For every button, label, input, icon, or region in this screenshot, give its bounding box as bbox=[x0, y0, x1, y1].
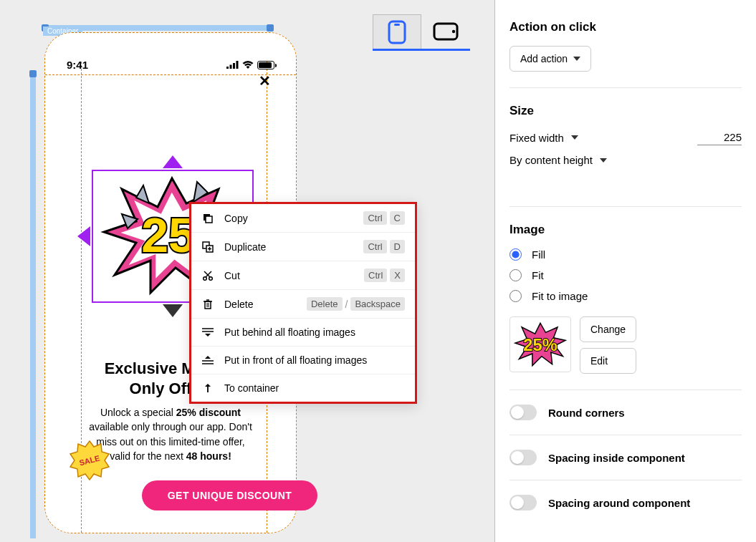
design-canvas[interactable]: Container 9:41 ✕ Exclusive Mobile-Only O… bbox=[0, 0, 494, 542]
spacing-inside-row[interactable]: Spacing inside component bbox=[509, 435, 742, 480]
status-icons bbox=[226, 61, 274, 69]
spacing-around-label: Spacing around component bbox=[548, 497, 690, 509]
ctx-put-behind-all-floating-images[interactable]: Put behind all floating images bbox=[191, 319, 415, 347]
svg-rect-0 bbox=[226, 67, 229, 69]
signal-icon bbox=[226, 61, 239, 69]
image-mode-fill[interactable]: Fill bbox=[509, 248, 742, 261]
caret-down-icon bbox=[600, 158, 607, 163]
width-input[interactable] bbox=[697, 130, 742, 145]
copy-icon bbox=[201, 212, 214, 225]
ctx-duplicate[interactable]: DuplicateCtrlD bbox=[191, 233, 415, 261]
phone-status-bar: 9:41 bbox=[67, 59, 274, 71]
svg-rect-1 bbox=[230, 65, 232, 69]
shortcut-key: Ctrl bbox=[363, 211, 386, 225]
size-title: Size bbox=[509, 104, 742, 118]
shortcut-key: Delete bbox=[307, 297, 343, 311]
ctx-label: Cut bbox=[224, 270, 354, 281]
duplicate-icon bbox=[201, 241, 214, 253]
status-time: 9:41 bbox=[67, 59, 88, 71]
radio-input[interactable] bbox=[509, 269, 522, 281]
close-button[interactable]: ✕ bbox=[259, 72, 271, 89]
svg-rect-3 bbox=[236, 61, 239, 69]
selection-vertical-bar[interactable] bbox=[30, 73, 36, 538]
move-left-handle[interactable] bbox=[77, 226, 90, 246]
add-action-button[interactable]: Add action bbox=[509, 46, 591, 72]
radio-label: Fill bbox=[532, 248, 545, 261]
tocontainer-icon bbox=[201, 382, 214, 395]
svg-text:25%: 25% bbox=[523, 336, 557, 354]
svg-marker-33 bbox=[205, 334, 211, 337]
spacing-inside-label: Spacing inside component bbox=[548, 452, 685, 464]
ctx-put-in-front-of-all-floating-images[interactable]: Put in front of all floating images bbox=[191, 347, 415, 374]
move-down-handle[interactable] bbox=[163, 304, 183, 317]
radio-label: Fit to image bbox=[532, 290, 588, 302]
svg-text:25: 25 bbox=[141, 208, 196, 262]
edit-image-button[interactable]: Edit bbox=[580, 348, 636, 374]
image-thumbnail[interactable]: 25% bbox=[509, 316, 571, 372]
svg-rect-26 bbox=[205, 301, 211, 309]
shortcut-key: C bbox=[390, 211, 405, 225]
device-mobile-button[interactable] bbox=[373, 14, 421, 49]
width-mode-select[interactable]: Fixed width bbox=[509, 132, 578, 144]
round-corners-label: Round corners bbox=[548, 407, 625, 419]
caret-down-icon bbox=[573, 57, 580, 61]
wifi-icon bbox=[242, 61, 254, 69]
body-text[interactable]: Unlock a special 25% discount available … bbox=[85, 405, 257, 463]
spacing-around-row[interactable]: Spacing around component bbox=[509, 480, 742, 525]
shortcut-key: X bbox=[390, 268, 405, 282]
height-mode-select[interactable]: By content height bbox=[509, 154, 607, 166]
shortcut-key: D bbox=[390, 240, 405, 253]
device-landscape-button[interactable] bbox=[421, 14, 470, 49]
behind-icon bbox=[201, 326, 214, 339]
ctx-to-container[interactable]: To container bbox=[191, 374, 415, 402]
svg-marker-37 bbox=[205, 384, 211, 387]
ctx-label: Put in front of all floating images bbox=[224, 354, 405, 366]
round-corners-toggle[interactable] bbox=[509, 405, 537, 420]
svg-marker-36 bbox=[205, 356, 211, 359]
svg-rect-13 bbox=[394, 24, 400, 26]
shortcut-key: Ctrl bbox=[363, 240, 386, 253]
ctx-label: Copy bbox=[224, 213, 353, 224]
round-corners-row[interactable]: Round corners bbox=[509, 389, 742, 435]
radio-label: Fit bbox=[532, 269, 544, 281]
image-mode-fit[interactable]: Fit bbox=[509, 269, 742, 281]
front-icon bbox=[201, 354, 214, 367]
resize-handle-top[interactable] bbox=[29, 70, 37, 77]
shortcut-key: Backspace bbox=[350, 297, 405, 311]
panel-scrollbar[interactable] bbox=[494, 0, 495, 372]
spacing-inside-toggle[interactable] bbox=[509, 450, 537, 465]
battery-icon bbox=[257, 61, 274, 69]
delete-icon bbox=[201, 298, 214, 311]
change-image-button[interactable]: Change bbox=[580, 316, 636, 342]
radio-input[interactable] bbox=[509, 290, 522, 302]
ctx-cut[interactable]: CutCtrlX bbox=[191, 261, 415, 290]
cta-button[interactable]: GET UNIQUE DISCOUNT bbox=[142, 480, 317, 510]
cut-icon bbox=[201, 269, 214, 282]
svg-rect-17 bbox=[206, 216, 212, 223]
context-menu: CopyCtrlCDuplicateCtrlDCutCtrlXDeleteDel… bbox=[189, 202, 417, 404]
spacing-around-toggle[interactable] bbox=[509, 495, 537, 510]
svg-rect-2 bbox=[233, 63, 235, 69]
caret-down-icon bbox=[571, 135, 578, 140]
image-title: Image bbox=[509, 223, 742, 237]
action-on-click-title: Action on click bbox=[509, 20, 742, 34]
radio-input[interactable] bbox=[509, 248, 522, 261]
image-mode-fit-to-image[interactable]: Fit to image bbox=[509, 290, 742, 302]
sale-badge[interactable]: SALE bbox=[69, 440, 110, 481]
move-up-handle[interactable] bbox=[163, 155, 183, 168]
shortcut-key: Ctrl bbox=[364, 268, 387, 282]
ctx-label: Put behind all floating images bbox=[224, 326, 405, 338]
ctx-copy[interactable]: CopyCtrlC bbox=[191, 204, 415, 233]
properties-panel: Action on click Add action Size Fixed wi… bbox=[494, 0, 756, 542]
svg-point-15 bbox=[452, 30, 455, 33]
ctx-label: Duplicate bbox=[224, 241, 353, 253]
device-toggle bbox=[373, 14, 470, 51]
ctx-label: Delete bbox=[224, 299, 297, 310]
ctx-label: To container bbox=[224, 382, 405, 394]
ctx-delete[interactable]: DeleteDelete/Backspace bbox=[191, 290, 415, 319]
resize-handle-right[interactable] bbox=[267, 24, 274, 32]
